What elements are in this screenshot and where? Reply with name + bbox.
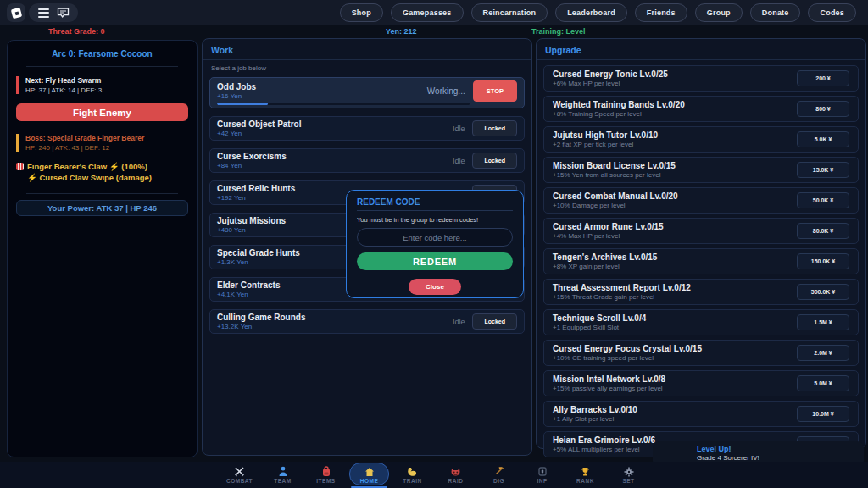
upgrade-list: Cursed Energy Tonic Lv.0/25 +6% Max HP p… — [537, 60, 865, 488]
job-action-button[interactable]: Locked — [472, 313, 517, 330]
next-enemy-stats: HP: 37 | ATK: 14 | DEF: 3 — [25, 86, 188, 94]
level-up-title: Level Up! — [697, 445, 760, 453]
upgrade-buy-button[interactable]: 5.0K ¥ — [797, 131, 849, 147]
upgrade-desc: +10% CE training speed per level — [553, 354, 702, 362]
job-row[interactable]: Curse Exorcisms +84 Yen Idle Locked — [209, 148, 525, 173]
upgrade-name: Jujutsu High Tutor Lv.0/10 — [553, 130, 658, 140]
shop-button[interactable]: Shop — [340, 3, 383, 22]
upgrade-name: Cursed Energy Focus Crystal Lv.0/15 — [553, 344, 702, 353]
upgrade-buy-button[interactable]: 150.0K ¥ — [797, 253, 849, 269]
close-button[interactable]: Close — [409, 279, 461, 295]
threat-grade-stat: Threat Grade: 0 — [48, 27, 105, 36]
nav-item-set[interactable]: SET — [607, 462, 650, 488]
upgrade-name: Cursed Combat Manual Lv.0/20 — [553, 191, 678, 201]
upgrade-buy-button[interactable]: 2.0M ¥ — [797, 345, 849, 361]
job-row[interactable]: Culling Game Rounds +13.2K Yen Idle Lock… — [209, 309, 525, 334]
nav-item-rank[interactable]: RANK — [564, 462, 607, 488]
nav-item-dig[interactable]: DIG — [477, 462, 520, 488]
job-pay: +42 Yen — [217, 130, 453, 137]
backpack-icon — [321, 466, 331, 477]
redeem-code-modal: REDEEM CODE You must be in the group to … — [346, 190, 524, 298]
nav-item-inf[interactable]: INF — [520, 462, 564, 488]
job-pay: +84 Yen — [217, 162, 453, 169]
job-name: Odd Jobs — [217, 82, 427, 92]
flex-arm-icon — [407, 466, 418, 477]
nav-item-home[interactable]: HOME — [348, 462, 391, 488]
upgrade-buy-button[interactable]: 80.0K ¥ — [797, 223, 849, 239]
upgrade-buy-button[interactable]: 5.0M ¥ — [797, 375, 849, 391]
topbar-buttons: Shop Gamepasses Reincarnation Leaderboar… — [340, 3, 856, 22]
upgrade-row[interactable]: Jujutsu High Tutor Lv.0/10 +2 flat XP pe… — [543, 126, 859, 152]
nav-item-combat[interactable]: COMBAT — [218, 462, 261, 488]
upgrade-buy-button[interactable]: 50.0K ¥ — [797, 192, 849, 208]
upgrade-name: Threat Assessment Report Lv.0/12 — [553, 283, 691, 292]
upgrade-row[interactable]: Ally Barracks Lv.0/10 +1 Ally Slot per l… — [543, 401, 859, 427]
hamburger-menu-icon[interactable] — [38, 8, 49, 18]
upgrade-desc: +5% ALL multipliers per level — [553, 446, 655, 453]
upgrade-row[interactable]: Mission Intel Network Lv.0/8 +15% passiv… — [543, 370, 859, 396]
training-stat: Training: Level — [531, 27, 586, 36]
code-input[interactable] — [357, 228, 513, 247]
friends-button[interactable]: Friends — [635, 3, 687, 22]
job-row[interactable]: Odd Jobs +16 Yen Working... STOP — [209, 77, 525, 108]
nav-item-raid[interactable]: RAID — [434, 462, 477, 488]
upgrade-info: Technique Scroll Lv.0/4 +1 Equipped Skil… — [553, 313, 646, 331]
job-action-button[interactable]: Locked — [472, 120, 517, 136]
upgrade-row[interactable]: Cursed Combat Manual Lv.0/20 +10% Damage… — [543, 187, 859, 214]
upgrade-row[interactable]: Cursed Energy Tonic Lv.0/25 +6% Max HP p… — [543, 65, 859, 92]
upgrade-buy-button[interactable]: 500.0K ¥ — [797, 284, 849, 300]
upgrade-name: Tengen's Archives Lv.0/15 — [553, 252, 657, 262]
upgrade-row[interactable]: Weighted Training Bands Lv.0/20 +8% Trai… — [543, 96, 859, 122]
job-row[interactable]: Cursed Object Patrol +42 Yen Idle Locked — [209, 116, 525, 141]
job-name: Cursed Object Patrol — [217, 119, 453, 129]
upgrade-name: Cursed Armor Rune Lv.0/15 — [553, 222, 664, 231]
roblox-logo-chip[interactable] — [7, 3, 25, 22]
level-up-body: Grade 4 Sorcerer IV! — [697, 454, 760, 462]
upgrade-panel: Upgrade Cursed Energy Tonic Lv.0/25 +6% … — [536, 38, 866, 449]
group-button[interactable]: Group — [695, 3, 743, 22]
fight-enemy-button[interactable]: Fight Enemy — [16, 103, 188, 121]
upgrade-buy-button[interactable]: 15.0K ¥ — [797, 162, 849, 178]
gamepasses-button[interactable]: Gamepasses — [391, 3, 464, 22]
nav-item-items[interactable]: ITEMS — [304, 462, 348, 488]
upgrade-row[interactable]: Tengen's Archives Lv.0/15 +8% XP gain pe… — [543, 248, 859, 274]
skill-label: Finger Bearer's Claw ⚡ (100%) — [27, 161, 147, 172]
upgrade-buy-button[interactable]: 800 ¥ — [797, 101, 849, 117]
upgrade-info: Cursed Armor Rune Lv.0/15 +4% Max HP per… — [553, 222, 664, 240]
upgrade-row[interactable]: Cursed Armor Rune Lv.0/15 +4% Max HP per… — [543, 218, 859, 244]
upgrade-buy-button[interactable]: 1.5M ¥ — [797, 314, 849, 330]
job-action-button[interactable]: Locked — [472, 152, 517, 169]
upgrade-row[interactable]: Cursed Energy Focus Crystal Lv.0/15 +10%… — [543, 340, 859, 366]
nav-item-team[interactable]: TEAM — [261, 462, 304, 488]
upgrade-desc: +15% Threat Grade gain per level — [553, 293, 691, 301]
upgrade-buy-button[interactable]: 200 ¥ — [797, 70, 849, 86]
yen-stat: Yen: 212 — [386, 27, 417, 36]
redeem-button[interactable]: REDEEM — [357, 252, 513, 270]
reincarnation-button[interactable]: Reincarnation — [471, 3, 548, 22]
job-status: Idle — [453, 125, 465, 133]
job-info: Odd Jobs +16 Yen — [217, 82, 427, 100]
job-name: Curse Exorcisms — [217, 152, 453, 161]
upgrade-info: Tengen's Archives Lv.0/15 +8% XP gain pe… — [553, 252, 657, 270]
info-block-icon — [538, 466, 547, 477]
chat-icon[interactable] — [57, 7, 70, 19]
top-bar: Shop Gamepasses Reincarnation Leaderboar… — [0, 0, 868, 25]
upgrade-name: Heian Era Grimoire Lv.0/6 — [553, 435, 655, 445]
trophy-icon — [580, 466, 591, 477]
codes-button[interactable]: Codes — [808, 3, 856, 22]
upgrade-row[interactable]: Threat Assessment Report Lv.0/12 +15% Th… — [543, 279, 859, 305]
upgrade-buy-button[interactable]: 10.0M ¥ — [797, 406, 849, 422]
upgrade-info: Weighted Training Bands Lv.0/20 +8% Trai… — [553, 100, 685, 118]
upgrade-row[interactable]: Mission Board License Lv.0/15 +15% Yen f… — [543, 157, 859, 183]
upgrade-name: Mission Board License Lv.0/15 — [553, 161, 676, 170]
leaderboard-button[interactable]: Leaderboard — [555, 3, 627, 22]
upgrade-info: Heian Era Grimoire Lv.0/6 +5% ALL multip… — [553, 435, 655, 453]
upgrade-desc: +1 Equipped Skill Slot — [553, 324, 646, 331]
job-action-button[interactable]: STOP — [473, 80, 517, 102]
nav-item-train[interactable]: TRAIN — [391, 462, 434, 488]
job-info: Culling Game Rounds +13.2K Yen — [217, 313, 453, 330]
donate-button[interactable]: Donate — [750, 3, 801, 22]
work-panel-title: Work — [203, 39, 531, 60]
upgrade-row[interactable]: Technique Scroll Lv.0/4 +1 Equipped Skil… — [543, 309, 859, 336]
arc-title: Arc 0: Fearsome Cocoon — [8, 49, 197, 58]
